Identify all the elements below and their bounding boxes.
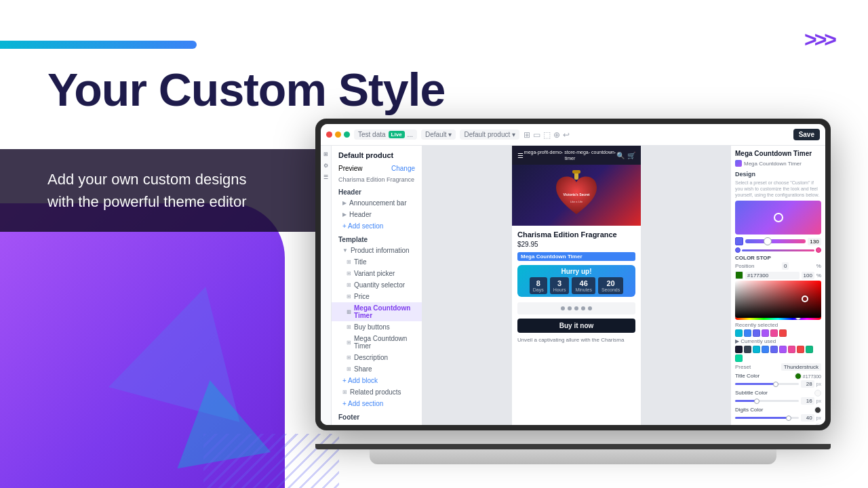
arrow-decoration: >>> [804, 27, 834, 52]
zoom-icon[interactable]: ⊕ [553, 130, 560, 140]
hamburger-icon[interactable]: ☰ [517, 152, 524, 159]
sidebar-item-countdown-2[interactable]: ⊞Mega Countdown Timer [332, 333, 422, 352]
labels-color-row: Labels Color 14 [735, 424, 821, 425]
close-dot[interactable] [326, 131, 332, 138]
sidebar-item-buy[interactable]: ⊞Buy buttons [332, 321, 422, 333]
swatch-red[interactable] [779, 329, 787, 337]
subtitle-size-thumb[interactable] [754, 399, 760, 404]
swatch-indigo[interactable] [753, 329, 760, 337]
svg-text:Victoria's Secret: Victoria's Secret [564, 192, 590, 197]
sidebar-item-price[interactable]: ⊞Price [332, 291, 422, 302]
sidebar-item-announcement[interactable]: ▶Announcement bar [332, 197, 422, 209]
subtitle-size-track[interactable] [735, 400, 799, 402]
gradient-line [742, 249, 814, 251]
sidebar-nav-icon-1[interactable]: ⊞ [323, 151, 328, 157]
more-icon[interactable]: ... [408, 131, 413, 138]
add-section-btn-2[interactable]: + Add section [332, 398, 422, 409]
color-picker-area[interactable] [735, 281, 821, 318]
right-panel-title: Mega Countdown Timer [735, 150, 821, 157]
window-controls [326, 131, 350, 138]
subtitle-color-dot[interactable] [814, 390, 821, 396]
sidebar-item-related[interactable]: ⊞Related products [332, 386, 422, 398]
swatch-purple[interactable] [762, 329, 769, 337]
buy-now-button[interactable]: Buy it now [517, 319, 635, 333]
gradient-thumb[interactable] [764, 237, 772, 245]
sidebar-item-desc[interactable]: ⊞Description [332, 352, 422, 363]
sidebar-item-header[interactable]: ▶Header [332, 209, 422, 220]
nav-icons: 🔍 🛒 [616, 152, 635, 159]
color-stop-swatch[interactable] [735, 237, 743, 245]
digits-color-row: Digits Color 40 [735, 407, 821, 422]
labels-color-dot[interactable] [814, 424, 821, 425]
preset-row: Preset Thunderstruck [735, 363, 821, 371]
used-swatch-7[interactable] [788, 346, 795, 353]
view-icon[interactable]: ⊞ [524, 130, 530, 140]
color-dot-1[interactable] [735, 247, 741, 253]
default-product-segment[interactable]: Default product ▾ [460, 129, 519, 140]
swatch-pink[interactable] [770, 329, 778, 337]
sidebar-item-title[interactable]: ⊞Title [332, 256, 422, 268]
title-color-dot[interactable] [795, 373, 802, 380]
digits-size-track[interactable] [735, 417, 799, 419]
sidebar-item-quantity[interactable]: ⊞Quantity selector [332, 279, 422, 291]
sidebar-item-product-info[interactable]: ▼Product information [332, 245, 422, 256]
nav-title: mega-profit-demo- store-mega- countdown-… [524, 149, 616, 161]
toolbar-icons: ⊞ ▭ ⬚ ⊕ ↩ [524, 130, 570, 140]
add-section-btn-1[interactable]: + Add section [332, 220, 422, 232]
used-swatch-2[interactable] [744, 346, 751, 353]
minimize-dot[interactable] [335, 131, 341, 138]
preview-label: Preview [338, 165, 363, 172]
swatch-cyan[interactable] [735, 329, 743, 337]
maximize-dot[interactable] [344, 131, 350, 138]
currently-used-label: ▶ Currently used [735, 338, 821, 344]
title-color-value: #177300 [803, 374, 821, 379]
editor-main: ⊞ ⚙ ☰ Default product Preview Change Cha… [321, 146, 825, 425]
add-section-btn-3[interactable]: + Add section [332, 422, 422, 425]
digits-color-dot[interactable] [814, 407, 821, 413]
gradient-bar[interactable] [745, 239, 806, 243]
used-swatch-6[interactable] [779, 346, 787, 353]
desktop-icon[interactable]: ⬚ [543, 130, 551, 140]
color-dot-row [735, 247, 821, 253]
undo-icon[interactable]: ↩ [563, 130, 570, 140]
used-swatch-4[interactable] [762, 346, 769, 353]
preset-dropdown[interactable]: Thunderstruck [781, 363, 821, 371]
save-button[interactable]: Save [793, 129, 820, 140]
test-data-label: Test data [358, 131, 386, 138]
position-row: Position 0 % [735, 262, 821, 270]
color-dot-2[interactable] [816, 247, 821, 253]
used-swatch-5[interactable] [770, 346, 778, 353]
add-block-btn[interactable]: + Add block [332, 375, 422, 386]
used-swatch-10[interactable] [735, 354, 743, 362]
color-swatch[interactable] [735, 271, 743, 279]
change-link[interactable]: Change [391, 165, 415, 172]
editor-ui: Test data Live ... Default ▾ Default pro… [321, 124, 825, 425]
mobile-icon[interactable]: ▭ [533, 130, 540, 140]
sidebar-item-share[interactable]: ⊞Share [332, 363, 422, 375]
default-segment[interactable]: Default ▾ [421, 129, 456, 140]
used-swatch-3[interactable] [753, 346, 760, 353]
digits-size-thumb[interactable] [786, 415, 791, 421]
product-actions [517, 302, 635, 314]
gradient-preview[interactable] [735, 201, 821, 235]
color-pct-input[interactable]: 100 [802, 272, 814, 279]
used-swatch-1[interactable] [735, 346, 743, 353]
sidebar-item-variant[interactable]: ⊞Variant picker [332, 268, 422, 279]
share-bar[interactable] [517, 302, 635, 314]
product-info: Charisma Edition Fragrance $29.95 [512, 226, 641, 252]
swatch-blue[interactable] [744, 329, 751, 337]
title-size-track[interactable] [735, 383, 799, 385]
sidebar-item-countdown[interactable]: ⊞Mega Countdown Timer [332, 302, 422, 321]
test-data-segment[interactable]: Test data Live ... [354, 129, 417, 140]
used-swatch-8[interactable] [797, 346, 804, 353]
cart-icon[interactable]: 🛒 [627, 152, 635, 159]
gradient-circle [774, 213, 783, 222]
timer-hours: 3 Hours [550, 277, 570, 294]
position-input[interactable]: 0 [782, 262, 789, 270]
search-icon[interactable]: 🔍 [616, 152, 625, 159]
color-hex-input[interactable]: #177300 [745, 272, 800, 279]
sidebar-nav-icon-3[interactable]: ☰ [323, 174, 328, 180]
sidebar-nav-icon-2[interactable]: ⚙ [323, 163, 328, 169]
title-size-thumb[interactable] [773, 382, 778, 387]
used-swatch-9[interactable] [806, 346, 813, 353]
